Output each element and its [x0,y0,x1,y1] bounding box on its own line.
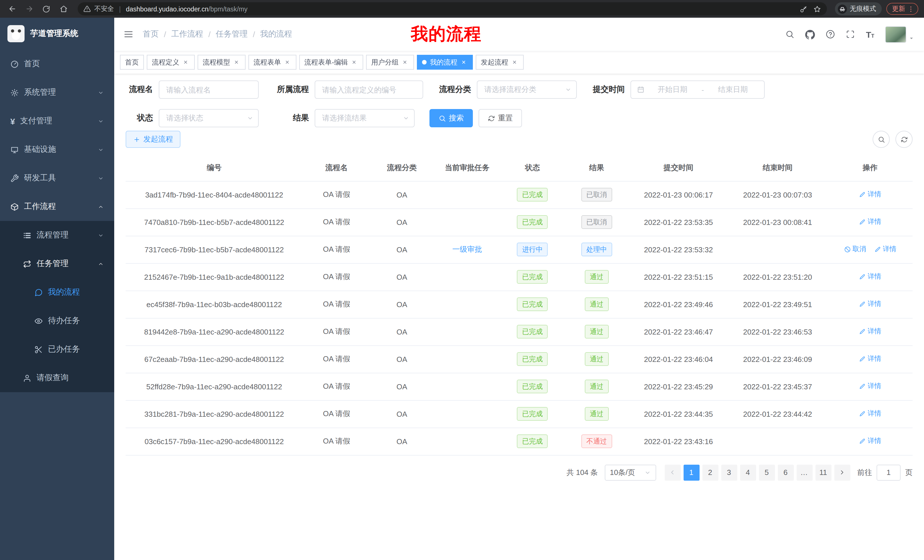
sidebar-item-home[interactable]: 首页 [0,49,114,78]
sidebar-item-infrastructure[interactable]: 基础设施 [0,135,114,164]
tab-4[interactable]: 流程表单-编辑× [299,55,363,70]
browser-forward-button[interactable] [23,3,35,15]
detail-action-link[interactable]: 详情 [859,354,881,364]
address-bar[interactable]: 不安全 | dashboard.yudao.iocoder.cn/bpm/tas… [78,2,827,15]
page-button-5[interactable]: 5 [759,464,775,481]
user-icon [23,374,32,382]
password-key-icon[interactable] [800,5,807,13]
page-button-6[interactable]: 6 [777,464,794,481]
detail-action-link[interactable]: 详情 [859,217,881,227]
header-search-button[interactable] [786,30,795,39]
close-icon[interactable]: × [460,58,468,66]
sidebar-item-process-management[interactable]: 流程管理 [0,221,114,250]
detail-action-link[interactable]: 详情 [859,272,881,282]
prev-page-button[interactable] [664,464,680,481]
process-category-select[interactable]: 请选择流程分类 [477,81,577,99]
tab-6[interactable]: 我的流程× [417,55,473,70]
close-icon[interactable]: × [510,58,519,66]
bookmark-star-icon[interactable] [813,5,821,13]
sidebar-item-dev-tools[interactable]: 研发工具 [0,164,114,192]
page-button-11[interactable]: 11 [815,464,831,481]
tab-1[interactable]: 流程定义× [147,55,195,70]
close-icon[interactable]: × [283,58,291,66]
page-button-4[interactable]: 4 [740,464,756,481]
close-icon[interactable]: × [350,58,358,66]
table-row: 2152467e-7b9b-11ec-9a1b-acde48001122OA 请… [126,263,913,290]
docs-help-button[interactable] [826,30,835,39]
result-select[interactable]: 请选择流结果 [315,109,415,127]
user-avatar-menu[interactable] [885,26,915,42]
status-cell: 已完成 [501,318,564,345]
create-process-button[interactable]: 发起流程 [126,131,180,148]
process-name-cell: OA 请假 [303,318,370,345]
font-size-button[interactable]: TT [866,30,874,39]
browser-back-button[interactable] [6,3,18,15]
sidebar-item-task-management[interactable]: 任务管理 [0,250,114,278]
process-definition-input[interactable] [315,81,423,99]
url-path: /bpm/task/my [208,5,248,12]
search-button[interactable]: 搜索 [429,109,473,127]
status-select[interactable]: 请选择状态 [159,109,259,127]
sidebar-item-done-tasks[interactable]: 已办任务 [0,335,114,364]
page-button-1[interactable]: 1 [683,464,699,481]
detail-action-link[interactable]: 详情 [859,190,881,199]
app-logo[interactable]: 芋道管理系统 [0,18,114,49]
page-button-3[interactable]: 3 [721,464,737,481]
detail-action-link[interactable]: 详情 [859,327,881,337]
toggle-search-button[interactable] [873,131,890,148]
cancel-action-link[interactable]: 取消 [844,245,866,254]
sidebar-item-system[interactable]: 系统管理 [0,78,114,107]
breadcrumb: 首页/工作流程/任务管理/我的流程 [143,29,292,39]
sidebar-item-my-process[interactable]: 我的流程 [0,278,114,307]
tab-2[interactable]: 流程模型× [198,55,246,70]
refresh-table-button[interactable] [896,131,913,148]
close-icon[interactable]: × [182,58,190,66]
browser-reload-button[interactable] [40,3,52,15]
process-category-cell: OA [370,373,433,400]
submit-time-range[interactable]: 开始日期-结束日期 [630,81,765,99]
search-icon [439,114,446,122]
process-category-cell: OA [370,181,433,208]
result-cell: 已取消 [564,181,629,208]
tab-0[interactable]: 首页 [120,55,144,70]
sidebar-item-leave-query[interactable]: 请假查询 [0,364,114,392]
chevron-right-icon [838,469,846,476]
close-icon[interactable]: × [401,58,409,66]
status-cell: 已完成 [501,373,564,400]
tab-3[interactable]: 流程表单× [248,55,296,70]
tab-7[interactable]: 发起流程× [476,55,524,70]
filter-label: 所属流程 [273,84,309,95]
detail-action-link[interactable]: 详情 [859,409,881,419]
sidebar-item-todo-tasks[interactable]: 待办任务 [0,307,114,335]
breadcrumb-item[interactable]: 首页 [143,29,159,39]
page-button-2[interactable]: 2 [702,464,718,481]
close-icon[interactable]: × [232,58,240,66]
detail-action-link[interactable]: 详情 [859,299,881,309]
breadcrumb-item[interactable]: 任务管理 [216,29,248,39]
browser-menu-icon[interactable] [907,5,915,13]
process-name-input[interactable] [159,81,259,99]
edit-icon [859,438,866,445]
status-tag: 已完成 [517,352,548,366]
browser-home-button[interactable] [57,3,70,15]
omnibox-actions [800,5,821,13]
tab-5[interactable]: 用户分组× [366,55,414,70]
detail-action-link[interactable]: 详情 [859,382,881,391]
breadcrumb-item[interactable]: 工作流程 [171,29,203,39]
update-button[interactable]: 更新 [886,3,918,15]
detail-action-link[interactable]: 详情 [859,436,881,446]
next-page-button[interactable] [834,464,850,481]
sidebar-toggle-button[interactable] [123,29,134,39]
reset-button[interactable]: 重置 [478,109,522,127]
goto-page-input[interactable] [877,464,901,481]
detail-action-link[interactable]: 详情 [874,245,896,254]
result-tag: 通过 [585,270,609,284]
page-size-select[interactable]: 10条/页 [605,464,656,481]
fullscreen-button[interactable] [846,30,855,39]
current-task-link[interactable]: 一级审批 [452,245,482,253]
github-link[interactable] [806,29,815,39]
process-category-cell: OA [370,318,433,345]
sidebar-item-workflow[interactable]: 工作流程 [0,192,114,221]
page-ellipsis[interactable]: … [796,464,812,481]
sidebar-item-payment[interactable]: ¥支付管理 [0,107,114,135]
